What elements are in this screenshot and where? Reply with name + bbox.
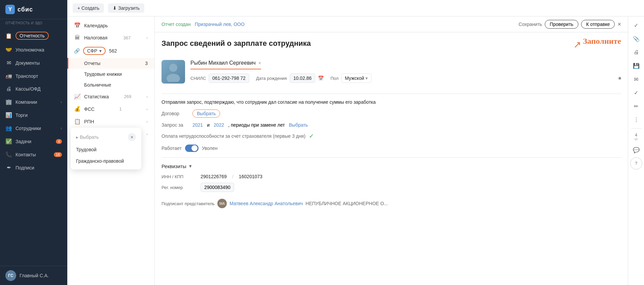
dropdown-header: ▸ Выбрать ×	[71, 130, 141, 144]
sidebar-item-label-transport: Транспорт	[15, 73, 38, 79]
menu-count-fss: 1	[119, 106, 121, 112]
sidebar-item-label-kassy: Кассы/ОФД	[15, 86, 40, 92]
employee-info: Рыбин Михаил Сергеевич × СНИЛС 061-292-7…	[190, 60, 621, 87]
menu-item-bolnichnye[interactable]: Больничные	[67, 80, 154, 90]
sidebar-arrow-kompanii: ›	[61, 100, 62, 104]
check-button[interactable]: Проверить	[545, 20, 578, 29]
menu-item-otchety[interactable]: Отчеты3	[67, 58, 154, 69]
years-select[interactable]: Выбрать	[289, 122, 308, 128]
menu-label-rpn: РПН	[84, 119, 94, 124]
requisites-header[interactable]: Реквизиты ▾	[162, 163, 621, 169]
menu-label-otchety: Отчеты	[84, 61, 100, 66]
edit-icon[interactable]: ✏	[630, 100, 642, 112]
sidebar-item-label-podpisi: Подписи	[15, 165, 34, 170]
more-icon[interactable]: ⋮	[630, 114, 642, 126]
menu-label-trudovye: Трудовые книжки	[84, 71, 122, 77]
sidebar-item-zadachi[interactable]: ✅Задачи4	[0, 135, 67, 148]
fields-row: СНИЛС 061-292-798 72 Дата рождения 10.02…	[190, 73, 621, 83]
menu-item-rpn[interactable]: 📋РПН›	[67, 115, 154, 128]
menu-item-nalogovaya[interactable]: 🏛Налоговая367›	[67, 32, 154, 44]
sidebar-item-torgi[interactable]: 📊Торги	[0, 108, 67, 122]
sidebar-badge-kontakty: 18	[54, 152, 62, 157]
sidebar-bottom-user[interactable]: ГС Главный С.А.	[0, 266, 67, 285]
kalendar-icon: 📅	[74, 22, 81, 29]
sfr-count: 562	[109, 48, 117, 54]
works-toggle[interactable]	[185, 145, 199, 152]
sidebar-item-upolnomochka[interactable]: 🤝Уполномочка	[0, 43, 67, 56]
menu-arrow-statistika: ›	[146, 95, 148, 99]
menu-item-fss[interactable]: 💰ФСС1›	[67, 103, 154, 115]
birthdate-label: Дата рождения	[256, 76, 287, 81]
menu-item-trudovye[interactable]: Трудовые книжки	[67, 69, 154, 80]
checkmark-icon[interactable]: ✓	[630, 87, 642, 99]
print-icon[interactable]: 🖨	[630, 46, 642, 58]
sidebar-item-label-sotrudniki: Сотрудники	[15, 126, 41, 131]
disability-row: Оплата нетрудоспособности за счет страхо…	[162, 132, 621, 140]
attachment-icon[interactable]: 📎	[630, 33, 642, 45]
year-2021-link[interactable]: 2021	[192, 122, 203, 128]
counter-icon[interactable]: 4 чт	[630, 131, 642, 142]
snils-value: 061-292-798 72	[209, 73, 249, 83]
sidebar-logo[interactable]: Y сбис	[0, 0, 67, 19]
sfr-icon: 🔗	[74, 48, 80, 54]
menu-item-kalendar[interactable]: 📅Календарь	[67, 19, 154, 32]
chat-icon[interactable]: 💬	[630, 144, 642, 156]
doc-header: Отчет создан Призрачный лев, ООО Сохрани…	[155, 17, 628, 32]
sidebar-item-kontakty[interactable]: 📞Контакты18	[0, 148, 67, 161]
sidebar-badge-zadachi: 4	[56, 139, 62, 144]
menu-item-statistika[interactable]: 📈Статистика269›	[67, 90, 154, 103]
help-icon[interactable]: ?	[630, 157, 642, 169]
sidebar-item-sotrudniki[interactable]: 👥Сотрудники›	[0, 122, 67, 135]
contract-label: Договор	[162, 111, 188, 116]
otchetnost-icon: 📋	[5, 33, 12, 39]
close-button[interactable]: ×	[617, 21, 621, 28]
employee-name-remove[interactable]: ×	[258, 60, 261, 66]
dokumenty-icon: ✉	[5, 60, 12, 66]
inn-kpp-row: ИНН / КПП 2901226769 / 160201073	[162, 174, 621, 179]
menu-label-nalogovaya: Налоговая	[84, 35, 107, 40]
sidebar-item-dokumenty[interactable]: ✉Документы	[0, 56, 67, 69]
disability-checkmark[interactable]: ✓	[309, 132, 314, 140]
doc-title: Запрос сведений о зарплате сотрудника	[162, 39, 311, 48]
doc-status: Отчет создан	[162, 22, 191, 27]
kpp-value: 160201073	[239, 174, 262, 179]
year-2022-link[interactable]: 2022	[214, 122, 224, 128]
sfr-label: СФР	[87, 48, 97, 54]
dropdown-option-trudovoy[interactable]: Трудовой	[71, 144, 141, 155]
dropdown-close-button[interactable]: ×	[128, 133, 136, 141]
signatory-label: Подписант представитель	[162, 201, 215, 206]
signatory-name[interactable]: Матвеев Александр Анатольевич	[229, 201, 303, 206]
sidebar-item-label-otchetnost: Отчетность	[15, 32, 49, 40]
save-button[interactable]: Сохранить	[518, 22, 542, 27]
dropdown-option-grazhdansky[interactable]: Гражданско-правовой	[71, 155, 141, 167]
snils-label: СНИЛС	[190, 76, 206, 81]
employee-menu-icon[interactable]: ≡	[618, 75, 621, 81]
upload-button[interactable]: ⬇ Загрузить	[108, 3, 144, 13]
employee-photo	[162, 60, 185, 84]
panel-check-icon[interactable]: ✓	[630, 19, 642, 31]
user-name: Главный С.А.	[20, 273, 49, 278]
request-years-row: Запрос за 2021 и 2022 , периоды при заме…	[162, 122, 621, 128]
sidebar-item-otchetnost[interactable]: 📋Отчетность	[0, 28, 67, 43]
calendar-icon[interactable]: 📅	[318, 75, 324, 81]
sidebar-item-kompanii[interactable]: 🏢Компании›	[0, 95, 67, 108]
sidebar-item-transport[interactable]: 🚛Транспорт	[0, 69, 67, 83]
create-button[interactable]: + Создать	[73, 3, 104, 13]
reg-value[interactable]: 2900083490	[201, 183, 234, 192]
zadachi-icon: ✅	[5, 138, 12, 145]
snils-field: СНИЛС 061-292-798 72	[190, 73, 249, 83]
sidebar-item-kassy[interactable]: 🖨Кассы/ОФД	[0, 83, 67, 95]
gender-select[interactable]: Мужской ▾	[341, 73, 371, 83]
save-disk-icon[interactable]: 💾	[630, 60, 642, 72]
doc-panel: Отчет создан Призрачный лев, ООО Сохрани…	[155, 17, 628, 285]
envelope-icon[interactable]: ✉	[630, 73, 642, 85]
contract-select[interactable]: Выбрать	[192, 109, 220, 118]
torgi-icon: 📊	[5, 112, 12, 118]
slash-divider: /	[232, 174, 234, 179]
contract-dropdown: ▸ Выбрать × Трудовой Гражданско-правовой	[71, 128, 141, 169]
menu-item-sfr[interactable]: 🔗 СФР ▾ 562	[67, 44, 154, 58]
send-button[interactable]: К отправке	[581, 20, 615, 29]
sidebar-item-label-torgi: Торги	[15, 113, 28, 118]
sidebar-item-podpisi[interactable]: ✒Подписи	[0, 161, 67, 174]
doc-company[interactable]: Призрачный лев, ООО	[195, 22, 245, 27]
